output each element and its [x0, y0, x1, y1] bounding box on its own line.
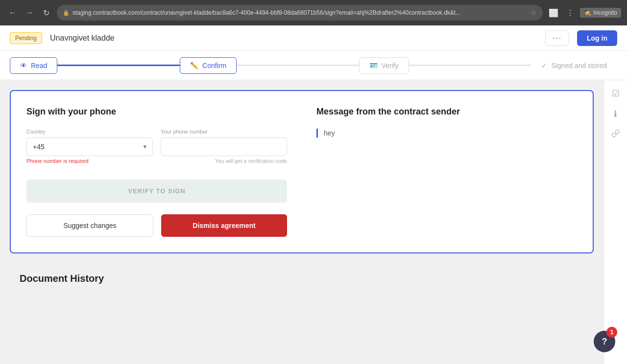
forward-button[interactable]: → — [23, 6, 36, 20]
checkbox-icon[interactable]: ☑ — [612, 88, 620, 99]
verify-icon: 🪪 — [369, 62, 378, 69]
step-verify[interactable]: 🪪 Verify — [359, 57, 409, 74]
back-button[interactable]: ← — [6, 6, 20, 20]
signed-label: Signed and stored — [551, 62, 607, 69]
step-confirm[interactable]: ✏️ Confirm — [180, 57, 237, 74]
signed-icon: ✓ — [541, 62, 547, 69]
right-sidebar: ☑ ℹ 🗪 — [603, 80, 627, 364]
read-label: Read — [31, 62, 47, 69]
country-select-wrapper: +45 +1 +44 +49 ▼ — [26, 137, 153, 156]
step-signed: ✓ Signed and stored — [531, 57, 617, 74]
browser-actions: ⬜ ⋮ 🕵 Incognito — [547, 6, 621, 20]
steps-bar: 👁 Read ✏️ Confirm 🪪 Verify ✓ Signed and … — [0, 51, 627, 80]
sign-left: Sign with your phone Country +45 +1 +44 … — [26, 107, 287, 237]
chat-icon[interactable]: 🗪 — [611, 129, 620, 139]
verify-label: Verify — [382, 62, 399, 69]
help-icon: ? — [602, 337, 607, 347]
more-button[interactable]: ··· — [545, 30, 569, 46]
browser-chrome: ← → ↻ 🔒 staging.contractbook.com/contrac… — [0, 0, 627, 25]
confirm-label: Confirm — [202, 62, 226, 69]
nav-buttons: ← → ↻ — [6, 6, 53, 20]
address-bar[interactable]: 🔒 staging.contractbook.com/contract/unav… — [57, 5, 543, 21]
message-box: hey — [316, 129, 577, 137]
country-label: Country — [26, 129, 153, 135]
lock-icon: 🔒 — [63, 10, 70, 16]
suggest-changes-button[interactable]: Suggest changes — [26, 214, 153, 237]
help-float: 1 ? — [594, 331, 615, 352]
sign-panel: Sign with your phone Country +45 +1 +44 … — [10, 90, 594, 253]
menu-button[interactable]: ⋮ — [563, 6, 577, 20]
extensions-button[interactable]: ⬜ — [547, 6, 560, 20]
connector-2 — [237, 65, 359, 66]
phone-error: Phone number is required — [26, 158, 153, 164]
action-row: Suggest changes Dismiss agreement — [26, 214, 287, 237]
history-title: Document History — [20, 273, 584, 284]
phone-input[interactable] — [161, 137, 287, 156]
country-group: Country +45 +1 +44 +49 ▼ Phone num — [26, 129, 153, 164]
message-text: hey — [324, 129, 335, 137]
app-header: Pending Unavngivet kladde ··· Log in — [0, 25, 627, 51]
confirm-icon: ✏️ — [190, 62, 198, 69]
phone-hint: You will get a verification code — [161, 158, 287, 164]
sign-right: Message from the contract sender hey — [316, 107, 577, 237]
verify-button[interactable]: VERIFY TO SIGN — [26, 180, 287, 203]
incognito-label: Incognito — [593, 9, 617, 16]
connector-3 — [409, 65, 531, 66]
step-read[interactable]: 👁 Read — [10, 57, 57, 74]
main-content: Sign with your phone Country +45 +1 +44 … — [0, 80, 627, 364]
phone-group: Your phone number You will get a verific… — [161, 129, 287, 164]
incognito-icon: 🕵 — [584, 9, 591, 16]
login-button[interactable]: Log in — [577, 30, 617, 46]
dismiss-agreement-button[interactable]: Dismiss agreement — [161, 214, 287, 237]
info-icon[interactable]: ℹ — [614, 109, 617, 119]
sign-layout: Sign with your phone Country +45 +1 +44 … — [26, 107, 577, 237]
pending-badge: Pending — [10, 32, 42, 44]
help-button[interactable]: 1 ? — [594, 331, 615, 352]
sign-title: Sign with your phone — [26, 107, 287, 117]
doc-history-section: Document History — [10, 263, 594, 294]
phone-label: Your phone number — [161, 129, 287, 135]
connector-1 — [57, 65, 180, 66]
content-area: Sign with your phone Country +45 +1 +44 … — [0, 80, 603, 364]
bookmark-icon: ☆ — [531, 9, 537, 17]
incognito-badge: 🕵 Incognito — [580, 8, 621, 18]
doc-title: Unavngivet kladde — [50, 34, 115, 43]
url-text: staging.contractbook.com/contract/unavng… — [72, 9, 528, 16]
reload-button[interactable]: ↻ — [39, 6, 53, 20]
notification-badge: 1 — [606, 327, 617, 338]
read-icon: 👁 — [20, 62, 27, 69]
country-select[interactable]: +45 +1 +44 +49 — [26, 137, 153, 156]
form-row: Country +45 +1 +44 +49 ▼ Phone num — [26, 129, 287, 164]
message-title: Message from the contract sender — [316, 107, 577, 117]
